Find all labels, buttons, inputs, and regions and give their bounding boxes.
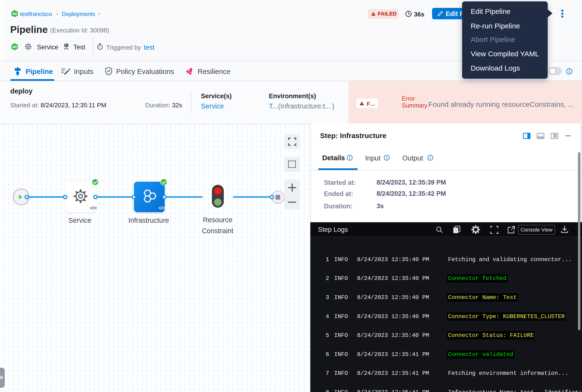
- svg-text:∞: ∞: [12, 10, 17, 17]
- svg-text:∞: ∞: [12, 43, 17, 50]
